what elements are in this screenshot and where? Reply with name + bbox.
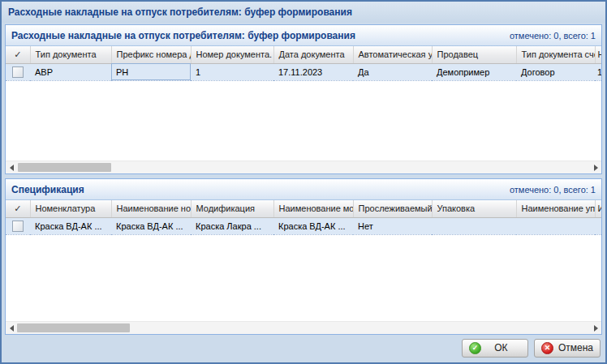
grid-cell[interactable]: Да xyxy=(353,63,432,80)
specification-row[interactable]: Краска ВД-АК ... Краска ВД-АК ... Краска… xyxy=(6,217,601,234)
specification-h-scrollbar[interactable] xyxy=(6,321,601,334)
invoices-panel-title: Расходные накладные на отпуск потребител… xyxy=(11,30,355,41)
grid-cell[interactable]: Краска Лакра ... xyxy=(191,217,273,234)
invoice-row[interactable]: АВР РН 1 17.11.2023 Да Демопример Догово… xyxy=(6,63,601,80)
grid-cell[interactable]: АВР xyxy=(30,63,111,80)
grid-cell[interactable] xyxy=(432,217,516,234)
invoices-h-scrollbar[interactable] xyxy=(6,161,601,173)
col-header-package-name[interactable]: Наименование упа xyxy=(516,200,595,217)
ok-button[interactable]: ✓ ОК xyxy=(462,339,528,358)
col-header-extra[interactable]: Н xyxy=(595,46,601,63)
row-checkbox-cell xyxy=(6,217,30,234)
col-header-check[interactable]: ✓ xyxy=(6,46,30,63)
grid-cell[interactable]: Договор xyxy=(516,63,595,80)
col-header-auto[interactable]: Автоматическая ус xyxy=(353,46,432,63)
col-header-doc-type[interactable]: Тип документа xyxy=(30,46,111,63)
grid-cell[interactable]: Нет xyxy=(353,217,432,234)
col-header-nomenclature[interactable]: Номенклатура xyxy=(30,200,111,217)
grid-cell[interactable] xyxy=(595,217,601,234)
grid-cell-focused[interactable]: РН xyxy=(111,63,191,80)
specification-panel-title: Спецификация xyxy=(11,184,84,195)
row-checkbox-cell xyxy=(6,63,30,80)
specification-panel: Спецификация отмечено: 0, всего: 1 ✓ Ном… xyxy=(5,178,602,335)
col-header-nomenclature-name[interactable]: Наименование ном xyxy=(111,200,191,217)
grid-cell[interactable]: Краска ВД-АК ... xyxy=(30,217,111,234)
specification-panel-header: Спецификация отмечено: 0, всего: 1 xyxy=(6,179,601,200)
col-header-modification-name[interactable]: Наименование мод xyxy=(273,200,353,217)
cancel-button-label: Отмена xyxy=(558,342,593,353)
window-titlebar: Расходные накладные на отпуск потребител… xyxy=(2,2,605,23)
invoices-header-row: ✓ Тип документа Префикс номера д Номер д… xyxy=(6,46,601,63)
col-header-package[interactable]: Упаковка xyxy=(432,200,516,217)
col-header-modification[interactable]: Модификация xyxy=(191,200,273,217)
col-header-seller[interactable]: Продавец xyxy=(432,46,516,63)
specification-header-row: ✓ Номенклатура Наименование ном Модифика… xyxy=(6,200,601,217)
specification-counter: отмечено: 0, всего: 1 xyxy=(510,185,596,195)
invoices-panel-header: Расходные накладные на отпуск потребител… xyxy=(6,25,601,46)
grid-cell[interactable]: 17.11.2023 xyxy=(273,63,353,80)
grid-cell[interactable]: Краска ВД-АК ... xyxy=(111,217,191,234)
col-header-traceable[interactable]: Прослеживаемый т xyxy=(353,200,432,217)
scrollbar-thumb[interactable] xyxy=(17,323,130,332)
col-header-doc-date[interactable]: Дата документа xyxy=(273,46,353,63)
footer-button-bar: ✓ ОК ✕ Отмена xyxy=(2,335,605,362)
cancel-button[interactable]: ✕ Отмена xyxy=(534,339,601,358)
window-title: Расходные накладные на отпуск потребител… xyxy=(8,6,352,18)
col-header-extra[interactable]: И xyxy=(595,200,601,217)
grid-cell[interactable]: 1 xyxy=(191,63,273,80)
row-checkbox[interactable] xyxy=(12,66,24,78)
grid-cell[interactable]: 1 xyxy=(595,63,601,80)
row-checkbox[interactable] xyxy=(12,221,24,232)
specification-grid: ✓ Номенклатура Наименование ном Модифика… xyxy=(6,200,601,321)
ok-button-label: ОК xyxy=(481,342,521,353)
scroll-left-arrow-icon[interactable] xyxy=(6,322,17,334)
grid-cell[interactable] xyxy=(516,217,595,234)
invoices-panel: Расходные накладные на отпуск потребител… xyxy=(5,24,602,174)
invoices-grid: ✓ Тип документа Префикс номера д Номер д… xyxy=(6,46,601,161)
col-header-check[interactable]: ✓ xyxy=(6,200,30,217)
scrollbar-thumb[interactable] xyxy=(18,163,111,172)
col-header-doc-number[interactable]: Номер документа. xyxy=(191,46,273,63)
scroll-left-arrow-icon[interactable] xyxy=(6,161,17,173)
dialog-window: Расходные накладные на отпуск потребител… xyxy=(0,0,607,364)
scroll-right-arrow-icon[interactable] xyxy=(590,161,601,173)
cancel-icon: ✕ xyxy=(541,342,553,354)
grid-cell[interactable]: Краска ВД-АК ... xyxy=(273,217,353,234)
grid-cell[interactable]: Демопример xyxy=(432,63,516,80)
scroll-right-arrow-icon[interactable] xyxy=(590,322,601,334)
col-header-number-prefix[interactable]: Префикс номера д xyxy=(111,46,191,63)
col-header-invoice-doc-type[interactable]: Тип документа счё xyxy=(516,46,595,63)
invoices-counter: отмечено: 0, всего: 1 xyxy=(510,31,596,41)
ok-icon: ✓ xyxy=(469,342,481,354)
